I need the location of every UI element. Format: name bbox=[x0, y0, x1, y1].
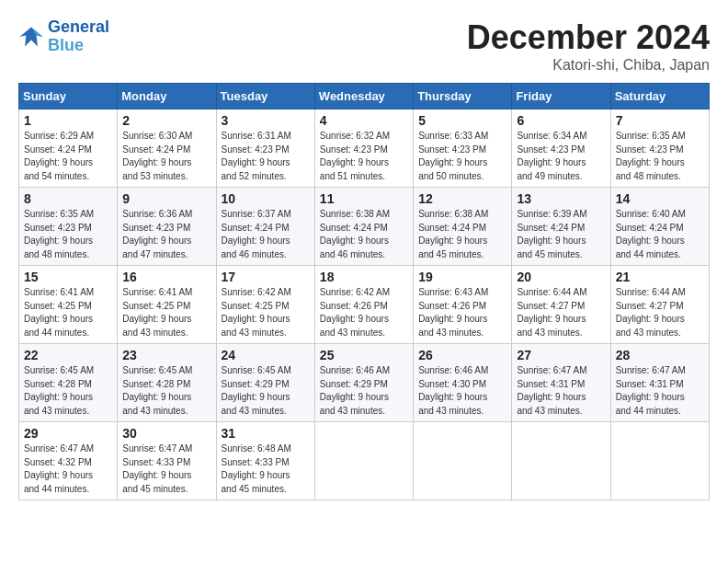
calendar-week-row: 1Sunrise: 6:29 AM Sunset: 4:24 PM Daylig… bbox=[19, 109, 710, 188]
calendar-table: SundayMondayTuesdayWednesdayThursdayFrid… bbox=[18, 83, 710, 500]
calendar-cell: 21Sunrise: 6:44 AM Sunset: 4:27 PM Dayli… bbox=[610, 266, 709, 344]
calendar-cell: 5Sunrise: 6:33 AM Sunset: 4:23 PM Daylig… bbox=[414, 109, 512, 188]
day-number: 10 bbox=[222, 191, 310, 206]
day-number: 30 bbox=[122, 426, 210, 441]
calendar-cell: 17Sunrise: 6:42 AM Sunset: 4:25 PM Dayli… bbox=[216, 266, 314, 344]
calendar-cell: 25Sunrise: 6:46 AM Sunset: 4:29 PM Dayli… bbox=[314, 344, 413, 422]
day-number: 6 bbox=[517, 113, 605, 128]
day-info: Sunrise: 6:40 AM Sunset: 4:24 PM Dayligh… bbox=[616, 208, 704, 261]
day-info: Sunrise: 6:29 AM Sunset: 4:24 PM Dayligh… bbox=[24, 130, 112, 183]
calendar-cell: 22Sunrise: 6:45 AM Sunset: 4:28 PM Dayli… bbox=[19, 344, 118, 422]
day-number: 2 bbox=[122, 113, 210, 128]
calendar-cell: 15Sunrise: 6:41 AM Sunset: 4:25 PM Dayli… bbox=[19, 266, 118, 344]
day-info: Sunrise: 6:45 AM Sunset: 4:28 PM Dayligh… bbox=[122, 364, 210, 418]
day-number: 21 bbox=[616, 270, 704, 284]
day-number: 24 bbox=[222, 348, 310, 362]
day-number: 31 bbox=[222, 426, 310, 441]
weekday-header-tuesday: Tuesday bbox=[216, 84, 314, 109]
day-info: Sunrise: 6:42 AM Sunset: 4:25 PM Dayligh… bbox=[222, 286, 310, 339]
day-info: Sunrise: 6:34 AM Sunset: 4:23 PM Dayligh… bbox=[517, 130, 605, 183]
day-info: Sunrise: 6:36 AM Sunset: 4:23 PM Dayligh… bbox=[122, 208, 210, 261]
logo-text: General Blue bbox=[48, 18, 109, 55]
calendar-cell bbox=[314, 422, 413, 500]
calendar-cell: 31Sunrise: 6:48 AM Sunset: 4:33 PM Dayli… bbox=[216, 422, 314, 500]
weekday-header-thursday: Thursday bbox=[414, 84, 512, 109]
logo-icon bbox=[18, 24, 44, 50]
day-info: Sunrise: 6:44 AM Sunset: 4:27 PM Dayligh… bbox=[517, 286, 605, 339]
day-info: Sunrise: 6:38 AM Sunset: 4:24 PM Dayligh… bbox=[320, 208, 408, 261]
day-number: 22 bbox=[24, 348, 112, 362]
day-info: Sunrise: 6:47 AM Sunset: 4:31 PM Dayligh… bbox=[517, 364, 605, 418]
day-number: 1 bbox=[24, 113, 112, 128]
title-block: December 2024 Katori-shi, Chiba, Japan bbox=[467, 18, 710, 74]
calendar-cell: 10Sunrise: 6:37 AM Sunset: 4:24 PM Dayli… bbox=[216, 188, 314, 266]
calendar-cell: 24Sunrise: 6:45 AM Sunset: 4:29 PM Dayli… bbox=[216, 344, 314, 422]
month-title: December 2024 bbox=[467, 18, 710, 57]
day-number: 15 bbox=[24, 270, 112, 284]
day-number: 26 bbox=[418, 348, 506, 362]
calendar-cell: 13Sunrise: 6:39 AM Sunset: 4:24 PM Dayli… bbox=[512, 188, 610, 266]
calendar-cell: 30Sunrise: 6:47 AM Sunset: 4:33 PM Dayli… bbox=[118, 422, 216, 500]
day-number: 7 bbox=[616, 113, 704, 128]
page-header: General Blue December 2024 Katori-shi, C… bbox=[18, 18, 710, 74]
day-info: Sunrise: 6:47 AM Sunset: 4:32 PM Dayligh… bbox=[24, 442, 112, 496]
day-info: Sunrise: 6:45 AM Sunset: 4:29 PM Dayligh… bbox=[222, 364, 310, 418]
day-info: Sunrise: 6:37 AM Sunset: 4:24 PM Dayligh… bbox=[222, 208, 310, 261]
day-number: 20 bbox=[517, 270, 605, 284]
calendar-cell: 26Sunrise: 6:46 AM Sunset: 4:30 PM Dayli… bbox=[414, 344, 512, 422]
calendar-cell: 29Sunrise: 6:47 AM Sunset: 4:32 PM Dayli… bbox=[19, 422, 118, 500]
day-info: Sunrise: 6:35 AM Sunset: 4:23 PM Dayligh… bbox=[616, 130, 704, 183]
day-number: 13 bbox=[517, 191, 605, 206]
day-info: Sunrise: 6:45 AM Sunset: 4:28 PM Dayligh… bbox=[24, 364, 112, 418]
calendar-week-row: 8Sunrise: 6:35 AM Sunset: 4:23 PM Daylig… bbox=[19, 188, 710, 266]
calendar-cell bbox=[512, 422, 610, 500]
logo: General Blue bbox=[18, 18, 109, 55]
day-info: Sunrise: 6:38 AM Sunset: 4:24 PM Dayligh… bbox=[418, 208, 506, 261]
day-number: 5 bbox=[418, 113, 506, 128]
day-info: Sunrise: 6:47 AM Sunset: 4:31 PM Dayligh… bbox=[616, 364, 704, 418]
calendar-cell: 19Sunrise: 6:43 AM Sunset: 4:26 PM Dayli… bbox=[414, 266, 512, 344]
calendar-cell: 6Sunrise: 6:34 AM Sunset: 4:23 PM Daylig… bbox=[512, 109, 610, 188]
day-info: Sunrise: 6:39 AM Sunset: 4:24 PM Dayligh… bbox=[517, 208, 605, 261]
day-number: 12 bbox=[418, 191, 506, 206]
weekday-header-saturday: Saturday bbox=[610, 84, 709, 109]
calendar-cell bbox=[414, 422, 512, 500]
day-number: 29 bbox=[24, 426, 112, 441]
calendar-cell bbox=[610, 422, 709, 500]
day-number: 18 bbox=[320, 270, 408, 284]
calendar-cell: 4Sunrise: 6:32 AM Sunset: 4:23 PM Daylig… bbox=[314, 109, 413, 188]
day-number: 8 bbox=[24, 191, 112, 206]
day-info: Sunrise: 6:44 AM Sunset: 4:27 PM Dayligh… bbox=[616, 286, 704, 339]
day-number: 3 bbox=[222, 113, 310, 128]
day-number: 25 bbox=[320, 348, 408, 362]
day-info: Sunrise: 6:48 AM Sunset: 4:33 PM Dayligh… bbox=[222, 442, 310, 496]
calendar-cell: 20Sunrise: 6:44 AM Sunset: 4:27 PM Dayli… bbox=[512, 266, 610, 344]
day-info: Sunrise: 6:41 AM Sunset: 4:25 PM Dayligh… bbox=[24, 286, 112, 339]
day-info: Sunrise: 6:46 AM Sunset: 4:30 PM Dayligh… bbox=[418, 364, 506, 418]
day-info: Sunrise: 6:31 AM Sunset: 4:23 PM Dayligh… bbox=[222, 130, 310, 183]
day-number: 17 bbox=[222, 270, 310, 284]
weekday-header-sunday: Sunday bbox=[19, 84, 118, 109]
calendar-cell: 11Sunrise: 6:38 AM Sunset: 4:24 PM Dayli… bbox=[314, 188, 413, 266]
calendar-cell: 1Sunrise: 6:29 AM Sunset: 4:24 PM Daylig… bbox=[19, 109, 118, 188]
day-number: 23 bbox=[122, 348, 210, 362]
calendar-cell: 7Sunrise: 6:35 AM Sunset: 4:23 PM Daylig… bbox=[610, 109, 709, 188]
calendar-cell: 28Sunrise: 6:47 AM Sunset: 4:31 PM Dayli… bbox=[610, 344, 709, 422]
calendar-week-row: 29Sunrise: 6:47 AM Sunset: 4:32 PM Dayli… bbox=[19, 422, 710, 500]
calendar-cell: 14Sunrise: 6:40 AM Sunset: 4:24 PM Dayli… bbox=[610, 188, 709, 266]
svg-marker-0 bbox=[19, 27, 42, 46]
day-info: Sunrise: 6:33 AM Sunset: 4:23 PM Dayligh… bbox=[418, 130, 506, 183]
day-number: 14 bbox=[616, 191, 704, 206]
day-number: 11 bbox=[320, 191, 408, 206]
day-info: Sunrise: 6:46 AM Sunset: 4:29 PM Dayligh… bbox=[320, 364, 408, 418]
calendar-cell: 18Sunrise: 6:42 AM Sunset: 4:26 PM Dayli… bbox=[314, 266, 413, 344]
calendar-week-row: 15Sunrise: 6:41 AM Sunset: 4:25 PM Dayli… bbox=[19, 266, 710, 344]
calendar-cell: 8Sunrise: 6:35 AM Sunset: 4:23 PM Daylig… bbox=[19, 188, 118, 266]
day-number: 19 bbox=[418, 270, 506, 284]
day-info: Sunrise: 6:35 AM Sunset: 4:23 PM Dayligh… bbox=[24, 208, 112, 261]
location-title: Katori-shi, Chiba, Japan bbox=[467, 57, 710, 74]
day-number: 4 bbox=[320, 113, 408, 128]
weekday-header-wednesday: Wednesday bbox=[314, 84, 413, 109]
calendar-cell: 3Sunrise: 6:31 AM Sunset: 4:23 PM Daylig… bbox=[216, 109, 314, 188]
day-number: 9 bbox=[122, 191, 210, 206]
